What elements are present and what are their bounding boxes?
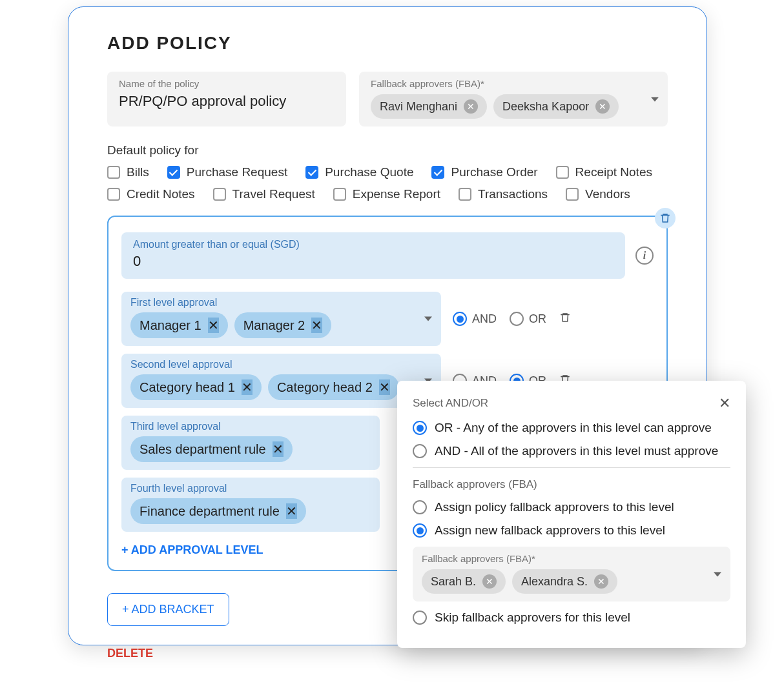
chevron-down-icon[interactable] bbox=[714, 572, 721, 576]
remove-chip-icon[interactable]: ✕ bbox=[594, 574, 608, 589]
checkbox-icon[interactable] bbox=[213, 188, 226, 201]
approver-chip: Deeksha Kapoor✕ bbox=[493, 94, 619, 119]
default-policy-option[interactable]: Transactions bbox=[459, 187, 548, 201]
popover-fba-section-label: Fallback approvers (FBA) bbox=[413, 478, 730, 491]
checkbox-icon[interactable] bbox=[459, 188, 471, 201]
popover-fba-field[interactable]: Fallback approvers (FBA)* Sarah B.✕Alexa… bbox=[413, 547, 730, 601]
approval-level-field[interactable]: First level approval Manager 1✕ Manager … bbox=[121, 292, 441, 346]
fba-top-label: Fallback approvers (FBA)* bbox=[371, 78, 656, 89]
checkbox-label: Expense Report bbox=[353, 187, 440, 201]
approver-chip: Ravi Menghani✕ bbox=[371, 94, 487, 119]
level-label: Second level approval bbox=[130, 359, 432, 370]
andor-option-radio[interactable] bbox=[413, 421, 427, 435]
add-bracket-button[interactable]: + ADD BRACKET bbox=[107, 593, 229, 626]
remove-chip-icon[interactable]: ✕ bbox=[242, 379, 253, 395]
approval-level-field[interactable]: Second level approval Category head 1✕ C… bbox=[121, 354, 441, 408]
checkbox-icon[interactable] bbox=[167, 166, 180, 179]
checkbox-label: Bills bbox=[127, 165, 149, 179]
remove-chip-icon[interactable]: ✕ bbox=[286, 503, 297, 519]
and-radio[interactable]: AND bbox=[453, 312, 497, 326]
approver-chip: Sarah B.✕ bbox=[422, 569, 506, 594]
default-policy-option[interactable]: Purchase Order bbox=[431, 165, 537, 179]
checkbox-label: Purchase Quote bbox=[325, 165, 413, 179]
page-title: ADD POLICY bbox=[107, 33, 668, 54]
default-policy-option[interactable]: Vendors bbox=[566, 187, 630, 201]
approval-level-field[interactable]: Fourth level approval Finance department… bbox=[121, 478, 380, 532]
approver-chip: Alexandra S.✕ bbox=[512, 569, 617, 594]
checkbox-label: Receipt Notes bbox=[575, 165, 652, 179]
amount-value: 0 bbox=[133, 253, 614, 270]
approver-chip: Manager 1✕ bbox=[130, 312, 228, 338]
checkbox-label: Vendors bbox=[585, 187, 630, 201]
popover-fba-label: Fallback approvers (FBA)* bbox=[422, 553, 721, 564]
close-icon[interactable]: ✕ bbox=[719, 395, 730, 412]
checkbox-label: Transactions bbox=[478, 187, 548, 201]
checkbox-label: Travel Request bbox=[232, 187, 315, 201]
level-controls: AND OR bbox=[453, 292, 654, 346]
skip-fba-label: Skip fallback approvers for this level bbox=[435, 611, 630, 625]
default-policy-option[interactable]: Travel Request bbox=[213, 187, 315, 201]
default-policy-option[interactable]: Purchase Quote bbox=[305, 165, 413, 179]
checkbox-icon[interactable] bbox=[305, 166, 318, 179]
checkbox-icon[interactable] bbox=[556, 166, 569, 179]
remove-chip-icon[interactable]: ✕ bbox=[208, 318, 219, 333]
approver-chip: Finance department rule✕ bbox=[130, 498, 306, 524]
remove-chip-icon[interactable]: ✕ bbox=[273, 441, 284, 457]
andor-popover: Select AND/OR ✕ OR - Any of the approver… bbox=[397, 381, 746, 648]
amount-label: Amount greater than or equal (SGD) bbox=[133, 239, 614, 250]
level-label: First level approval bbox=[130, 297, 432, 308]
checkbox-icon[interactable] bbox=[107, 188, 120, 201]
approval-level-field[interactable]: Third level approval Sales department ru… bbox=[121, 416, 380, 470]
amount-field[interactable]: Amount greater than or equal (SGD) 0 bbox=[121, 232, 625, 279]
andor-option-radio[interactable] bbox=[413, 444, 427, 458]
policy-name-value: PR/PQ/PO approval policy bbox=[119, 93, 335, 110]
approver-chip: Category head 2✕ bbox=[268, 374, 399, 400]
checkbox-icon[interactable] bbox=[566, 188, 579, 201]
fba-choice-radio[interactable] bbox=[413, 500, 427, 514]
remove-chip-icon[interactable]: ✕ bbox=[595, 99, 610, 114]
remove-chip-icon[interactable]: ✕ bbox=[464, 99, 478, 114]
default-policy-option[interactable]: Purchase Request bbox=[167, 165, 287, 179]
checkbox-label: Credit Notes bbox=[127, 187, 195, 201]
andor-option-label: OR - Any of the approvers in this level … bbox=[435, 421, 712, 435]
remove-chip-icon[interactable]: ✕ bbox=[482, 574, 497, 589]
approver-chip: Manager 2✕ bbox=[234, 312, 332, 338]
default-policy-option[interactable]: Receipt Notes bbox=[556, 165, 652, 179]
andor-option-label: AND - All of the approvers in this level… bbox=[435, 444, 718, 458]
info-icon[interactable]: i bbox=[635, 247, 654, 265]
skip-fba-radio[interactable] bbox=[413, 611, 427, 625]
delete-button[interactable]: DELETE bbox=[107, 647, 153, 660]
level-label: Fourth level approval bbox=[130, 483, 371, 494]
remove-chip-icon[interactable]: ✕ bbox=[379, 379, 390, 395]
fba-top-field[interactable]: Fallback approvers (FBA)* Ravi Menghani✕… bbox=[359, 72, 668, 126]
delete-level-button[interactable] bbox=[559, 312, 571, 326]
default-policy-option[interactable]: Expense Report bbox=[333, 187, 440, 201]
or-radio[interactable]: OR bbox=[510, 312, 546, 326]
default-policy-option[interactable]: Credit Notes bbox=[107, 187, 195, 201]
approver-chip: Sales department rule✕ bbox=[130, 436, 293, 462]
checkbox-icon[interactable] bbox=[431, 166, 444, 179]
approver-chip: Category head 1✕ bbox=[130, 374, 262, 400]
policy-name-label: Name of the policy bbox=[119, 78, 335, 89]
checkbox-icon[interactable] bbox=[333, 188, 346, 201]
default-policy-option[interactable]: Bills bbox=[107, 165, 149, 179]
default-policy-label: Default policy for bbox=[107, 143, 668, 157]
remove-chip-icon[interactable]: ✕ bbox=[311, 318, 322, 333]
checkbox-label: Purchase Order bbox=[451, 165, 537, 179]
fba-choice-radio[interactable] bbox=[413, 523, 427, 538]
fba-choice-label: Assign new fallback approvers to this le… bbox=[435, 523, 665, 538]
checkbox-icon[interactable] bbox=[107, 166, 120, 179]
fba-choice-label: Assign policy fallback approvers to this… bbox=[435, 500, 674, 514]
chevron-down-icon[interactable] bbox=[651, 97, 659, 101]
checkbox-label: Purchase Request bbox=[187, 165, 287, 179]
chevron-down-icon[interactable] bbox=[424, 317, 432, 321]
popover-title: Select AND/OR bbox=[413, 397, 488, 410]
level-label: Third level approval bbox=[130, 421, 371, 432]
policy-name-field[interactable]: Name of the policy PR/PQ/PO approval pol… bbox=[107, 72, 346, 126]
add-approval-level-button[interactable]: + ADD APPROVAL LEVEL bbox=[121, 543, 263, 557]
delete-bracket-button[interactable] bbox=[655, 208, 676, 228]
